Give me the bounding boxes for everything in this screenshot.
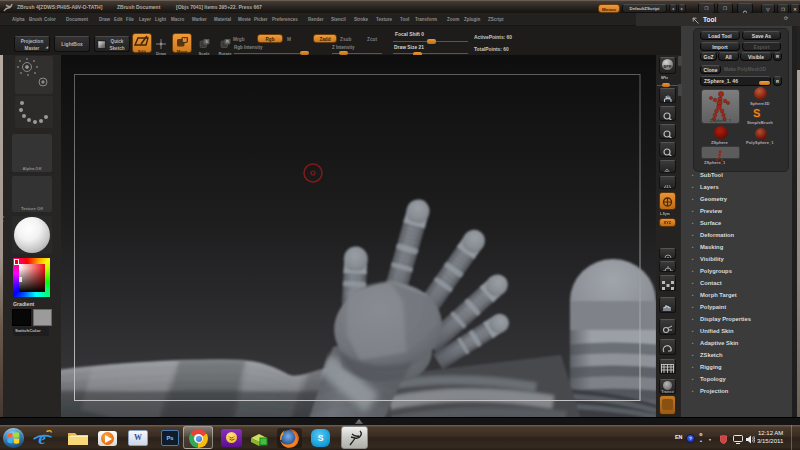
- svg-text:e: e: [38, 429, 46, 447]
- svg-text:R: R: [226, 39, 229, 44]
- svg-text:M: M: [183, 38, 187, 43]
- svg-text:S: S: [205, 39, 208, 44]
